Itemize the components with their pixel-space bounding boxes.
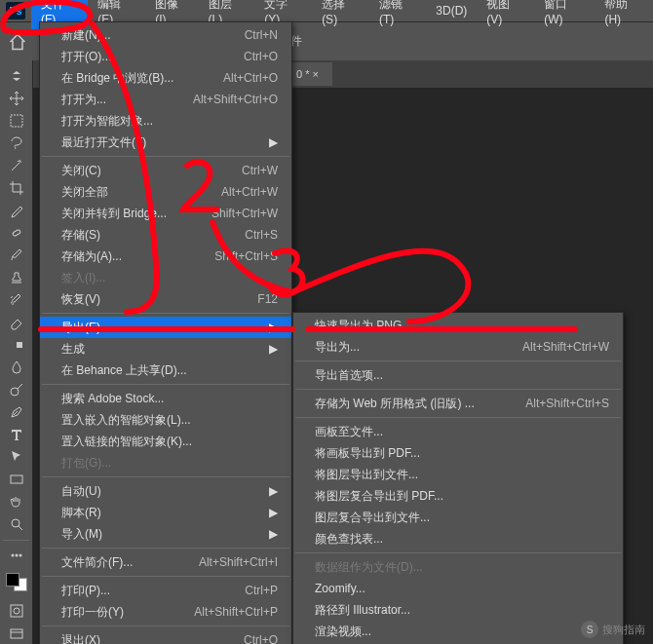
type-tool-icon[interactable]	[2, 425, 31, 445]
svg-point-6	[12, 519, 19, 527]
submenu-color-lookup[interactable]: 颜色查找表...	[293, 528, 623, 549]
menu-open-smart[interactable]: 打开为智能对象...	[40, 110, 291, 132]
svg-point-7	[11, 554, 14, 557]
zoom-tool-icon[interactable]	[2, 514, 31, 535]
menu-close-all[interactable]: 关闭全部Alt+Ctrl+W	[40, 181, 291, 203]
menu-save[interactable]: 存储(S)Ctrl+S	[40, 224, 291, 246]
svg-rect-5	[11, 475, 22, 483]
svg-rect-12	[11, 629, 22, 638]
rectangle-tool-icon[interactable]	[2, 470, 31, 490]
menu-export[interactable]: 导出(E)▶	[40, 317, 291, 338]
separator	[42, 625, 289, 626]
separator	[42, 576, 289, 577]
separator	[42, 156, 289, 157]
menu-place-embedded[interactable]: 置入嵌入的智能对象(L)...	[40, 409, 291, 431]
menu-package: 打包(G)...	[40, 452, 291, 474]
submenu-layers-files[interactable]: 将图层导出到文件...	[293, 464, 623, 485]
menubar: Ps 文件(F) 编辑(E) 图像(I) 图层(L) 文字(Y) 选择(S) 滤…	[0, 0, 653, 21]
menu-scripts[interactable]: 脚本(R)▶	[40, 502, 291, 523]
eyedropper-tool-icon[interactable]	[2, 200, 31, 220]
menu-window[interactable]: 窗口(W)	[534, 0, 595, 29]
menu-import[interactable]: 导入(M)▶	[40, 523, 291, 545]
submenu-artboards-pdf[interactable]: 将画板导出到 PDF...	[293, 442, 623, 464]
move-tool-icon[interactable]	[2, 88, 31, 108]
gradient-tool-icon[interactable]	[2, 334, 31, 355]
submenu-export-prefs[interactable]: 导出首选项...	[293, 364, 623, 386]
history-brush-icon[interactable]	[2, 289, 31, 310]
submenu-layercomps-pdf[interactable]: 将图层复合导出到 PDF...	[293, 485, 623, 507]
menu-recent[interactable]: 最近打开文件(T)▶	[40, 132, 291, 153]
submenu-artboards-files[interactable]: 画板至文件...	[293, 421, 623, 442]
menu-view[interactable]: 视图(V)	[477, 0, 534, 29]
submenu-paths-illustrator[interactable]: 路径到 Illustrator...	[293, 599, 623, 621]
watermark-text: 搜狗指南	[602, 623, 645, 637]
menu-behance[interactable]: 在 Behance 上共享(D)...	[40, 360, 291, 381]
submenu-save-for-web[interactable]: 存储为 Web 所用格式 (旧版) ...Alt+Shift+Ctrl+S	[293, 393, 623, 414]
menu-automate[interactable]: 自动(U)▶	[40, 480, 291, 502]
svg-point-9	[19, 554, 21, 557]
menu-3d[interactable]: 3D(D)	[426, 1, 477, 20]
color-swatches[interactable]	[6, 573, 27, 591]
edit-toolbar-icon[interactable]	[2, 546, 31, 566]
separator	[295, 389, 621, 390]
pen-tool-icon[interactable]	[2, 401, 31, 422]
menu-close[interactable]: 关闭(C)Ctrl+W	[40, 160, 291, 181]
submenu-zoomify[interactable]: Zoomify...	[293, 578, 623, 599]
chevron-right-icon: ▶	[259, 134, 278, 150]
hand-tool-icon[interactable]	[2, 492, 31, 512]
separator	[42, 313, 289, 314]
submenu-layercomps-files[interactable]: 图层复合导出到文件...	[293, 507, 623, 528]
menu-print[interactable]: 打印(P)...Ctrl+P	[40, 580, 291, 601]
separator	[295, 417, 621, 418]
marquee-tool-icon[interactable]	[2, 110, 31, 131]
healing-tool-icon[interactable]	[2, 222, 31, 243]
menu-browse-bridge[interactable]: 在 Bridge 中浏览(B)...Alt+Ctrl+O	[40, 67, 291, 89]
chevron-right-icon: ▶	[259, 483, 278, 499]
lasso-tool-icon[interactable]	[2, 133, 31, 153]
screenmode-icon[interactable]	[2, 624, 31, 644]
app-logo: Ps	[6, 2, 25, 19]
menu-open-as[interactable]: 打开为...Alt+Shift+Ctrl+O	[40, 89, 291, 110]
menu-print-one[interactable]: 打印一份(Y)Alt+Shift+Ctrl+P	[40, 601, 291, 623]
menu-revert[interactable]: 恢复(V)F12	[40, 288, 291, 310]
wand-tool-icon[interactable]	[2, 155, 31, 175]
menu-checkin: 签入(I)...	[40, 267, 291, 288]
quickmask-icon[interactable]	[2, 601, 31, 622]
path-select-icon[interactable]	[2, 447, 31, 468]
submenu-datasets: 数据组作为文件(D)...	[293, 556, 623, 578]
submenu-export-as[interactable]: 导出为...Alt+Shift+Ctrl+W	[293, 336, 623, 358]
menu-save-as[interactable]: 存储为(A)...Shift+Ctrl+S	[40, 246, 291, 267]
chevron-right-icon: ▶	[259, 341, 278, 357]
svg-point-8	[15, 554, 18, 557]
watermark-icon: S	[581, 621, 598, 638]
menu-filter[interactable]: 滤镜(T)	[369, 0, 426, 29]
menu-select[interactable]: 选择(S)	[312, 0, 369, 29]
chevron-right-icon: ▶	[259, 526, 278, 542]
menu-place-linked[interactable]: 置入链接的智能对象(K)...	[40, 431, 291, 452]
brush-tool-icon[interactable]	[2, 245, 31, 265]
menu-file-info[interactable]: 文件简介(F)...Alt+Shift+Ctrl+I	[40, 551, 291, 573]
menu-new[interactable]: 新建(N)...Ctrl+N	[40, 24, 291, 46]
menu-close-bridge[interactable]: 关闭并转到 Bridge...Shift+Ctrl+W	[40, 203, 291, 224]
menu-exit[interactable]: 退出(X)Ctrl+Q	[40, 629, 291, 644]
submenu-quick-export-png[interactable]: 快速导出为 PNG	[293, 315, 623, 336]
blur-tool-icon[interactable]	[2, 357, 31, 377]
crop-tool-icon[interactable]	[2, 177, 31, 198]
svg-rect-1	[12, 229, 20, 236]
menu-generate[interactable]: 生成▶	[40, 338, 291, 360]
menu-adobe-stock[interactable]: 搜索 Adobe Stock...	[40, 388, 291, 409]
stamp-tool-icon[interactable]	[2, 267, 31, 287]
foreground-swatch[interactable]	[6, 573, 19, 587]
submenu-render-video[interactable]: 渲染视频...	[293, 621, 623, 642]
dodge-tool-icon[interactable]	[2, 379, 31, 399]
menu-open[interactable]: 打开(O)...Ctrl+O	[40, 46, 291, 67]
eraser-tool-icon[interactable]	[2, 312, 31, 332]
menu-help[interactable]: 帮助(H)	[595, 0, 653, 29]
home-icon[interactable]	[8, 32, 27, 52]
separator	[295, 360, 621, 361]
watermark: S 搜狗指南	[581, 621, 645, 638]
collapse-icon[interactable]	[2, 65, 31, 86]
chevron-right-icon: ▶	[259, 320, 278, 335]
svg-point-4	[11, 388, 19, 396]
separator	[42, 384, 289, 385]
